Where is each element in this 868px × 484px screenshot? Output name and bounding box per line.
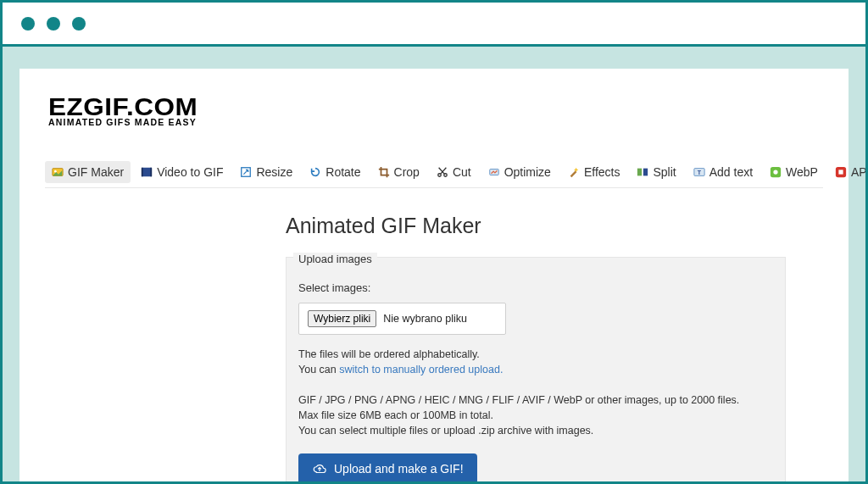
rotate-icon: [309, 166, 321, 178]
hint-line-1: The files will be ordered alphabetically…: [298, 348, 480, 360]
video-icon: [141, 166, 153, 178]
window-dot: [47, 17, 60, 31]
split-icon: [637, 166, 648, 178]
nav-add-text[interactable]: TAdd text: [687, 161, 760, 183]
nav-gif-maker[interactable]: GIF Maker: [45, 161, 131, 183]
upload-hint: The files will be ordered alphabetically…: [298, 347, 773, 377]
nav-label: Rotate: [326, 165, 360, 179]
nav-label: Video to GIF: [157, 165, 223, 179]
nav-label: Cut: [453, 165, 471, 179]
svg-rect-9: [637, 168, 642, 175]
svg-point-6: [438, 173, 442, 176]
resize-icon: [240, 166, 252, 178]
effects-icon: [568, 166, 580, 178]
nav-label: WebP: [786, 165, 818, 179]
svg-point-14: [773, 170, 777, 174]
optimize-icon: [488, 166, 500, 178]
upload-panel: Upload images Select images: Wybierz pli…: [286, 257, 786, 482]
window-dot: [72, 17, 86, 31]
webp-icon: [770, 166, 782, 178]
formats-line-1: GIF / JPG / PNG / APNG / HEIC / MNG / FL…: [298, 394, 739, 406]
nav-label: Optimize: [504, 165, 551, 179]
add-text-icon: T: [693, 166, 705, 178]
nav-label: GIF Maker: [68, 165, 124, 179]
nav-video-to-gif[interactable]: Video to GIF: [134, 161, 230, 183]
nav-rotate[interactable]: Rotate: [303, 161, 367, 183]
svg-rect-16: [838, 170, 843, 174]
nav-label: Effects: [584, 165, 620, 179]
window-dot: [21, 17, 35, 31]
apng-icon: [835, 166, 847, 178]
formats-info: GIF / JPG / PNG / APNG / HEIC / MNG / FL…: [298, 392, 773, 438]
nav-crop[interactable]: Crop: [371, 161, 426, 183]
logo-text-main: EZGIF.COM: [48, 94, 862, 120]
main-content: Animated GIF Maker Upload images Select …: [286, 214, 823, 482]
main-nav: GIF MakerVideo to GIFResizeRotateCropCut…: [45, 161, 823, 188]
svg-text:T: T: [698, 169, 702, 175]
svg-rect-10: [643, 168, 648, 175]
svg-rect-4: [151, 167, 153, 176]
browser-titlebar: [3, 3, 865, 47]
viewport: EZGIF.COM ANIMATED GIFS MADE EASY GIF Ma…: [3, 47, 865, 481]
svg-rect-3: [142, 167, 143, 176]
choose-files-button[interactable]: Wybierz pliki: [308, 310, 376, 327]
nav-label: Split: [653, 165, 676, 179]
file-input[interactable]: Wybierz pliki Nie wybrano pliku: [298, 303, 506, 335]
nav-label: APNG: [851, 165, 865, 179]
formats-line-2: Max file size 6MB each or 100MB in total…: [298, 409, 493, 421]
nav-split[interactable]: Split: [630, 161, 682, 183]
nav-apng[interactable]: APNG: [828, 161, 865, 183]
svg-rect-2: [142, 167, 152, 176]
nav-label: Add text: [709, 165, 753, 179]
svg-point-7: [444, 173, 448, 176]
nav-optimize[interactable]: Optimize: [481, 161, 558, 183]
page: EZGIF.COM ANIMATED GIFS MADE EASY GIF Ma…: [19, 69, 849, 481]
nav-cut[interactable]: Cut: [430, 161, 478, 183]
nav-resize[interactable]: Resize: [233, 161, 299, 183]
nav-webp[interactable]: WebP: [763, 161, 825, 183]
crop-icon: [378, 166, 390, 178]
select-images-label: Select images:: [298, 281, 773, 294]
file-status-text: Nie wybrano pliku: [383, 313, 467, 325]
page-title: Animated GIF Maker: [286, 214, 823, 238]
nav-effects[interactable]: Effects: [561, 161, 627, 183]
upload-button[interactable]: Upload and make a GIF!: [298, 453, 477, 481]
nav-label: Resize: [256, 165, 292, 179]
cut-icon: [437, 166, 448, 178]
cloud-upload-icon: [312, 463, 327, 475]
browser-mock-frame: EZGIF.COM ANIMATED GIFS MADE EASY GIF Ma…: [0, 0, 868, 484]
hint-line-2-prefix: You can: [298, 364, 339, 376]
gif-maker-icon: [52, 166, 64, 178]
switch-order-link[interactable]: switch to manually ordered upload.: [339, 364, 503, 376]
panel-legend: Upload images: [293, 253, 377, 265]
site-logo[interactable]: EZGIF.COM ANIMATED GIFS MADE EASY: [45, 69, 823, 127]
upload-button-label: Upload and make a GIF!: [334, 462, 464, 476]
formats-line-3: You can select multiple files or upload …: [298, 425, 593, 437]
nav-label: Crop: [394, 165, 420, 179]
